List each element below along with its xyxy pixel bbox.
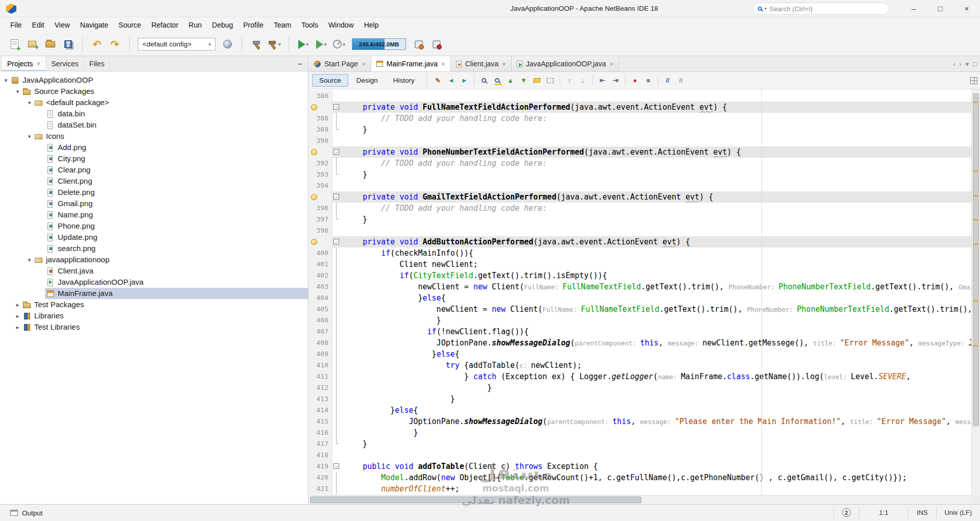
minimize-panel-icon[interactable]: – — [292, 56, 308, 71]
code-editor[interactable]: 386- private void FullNameTextFieldActio… — [309, 89, 971, 495]
code-line[interactable]: 389 } — [309, 124, 971, 135]
stop-macro-button[interactable]: ■ — [642, 75, 655, 87]
code-line[interactable]: - private void FullNameTextFieldActionPe… — [309, 102, 971, 113]
code-line[interactable]: 392 // TODO add your handling code here: — [309, 158, 971, 169]
line-number-gutter[interactable]: 397 — [309, 214, 332, 225]
tree-item-javaapplicationoop[interactable]: ▾JavaApplicationOOP — [0, 75, 308, 86]
explorer-tab-files[interactable]: Files — [84, 56, 110, 71]
code-line[interactable]: 400 if(checkMainInfo()){ — [309, 247, 971, 259]
tree-item-data-bin[interactable]: data.bin — [0, 108, 308, 119]
code-text[interactable]: if(checkMainInfo()){ — [341, 247, 971, 259]
code-line[interactable]: 404 }else{ — [309, 292, 971, 304]
redo-button[interactable]: ↷ — [107, 36, 123, 53]
code-fold-column[interactable] — [332, 472, 341, 483]
line-number-gutter[interactable]: 417 — [309, 438, 332, 450]
tree-item-phone-png[interactable]: Phone.png — [0, 220, 308, 232]
globe-button[interactable] — [219, 36, 235, 53]
code-fold-column[interactable] — [332, 169, 341, 180]
close-button[interactable]: × — [953, 0, 980, 17]
code-text[interactable]: } — [341, 214, 971, 225]
tree-item-name-png[interactable]: Name.png — [0, 209, 308, 220]
tree-expand-icon[interactable]: ▸ — [14, 313, 21, 319]
insert-mode-toggle[interactable]: INS — [908, 507, 936, 518]
close-tab-icon[interactable]: × — [610, 60, 614, 68]
line-number-gutter[interactable] — [309, 146, 332, 158]
code-fold-column[interactable] — [332, 135, 341, 146]
tree-collapse-icon[interactable]: ▾ — [2, 77, 10, 84]
tree-expand-icon[interactable]: ▸ — [14, 302, 21, 308]
code-fold-column[interactable] — [332, 281, 341, 292]
code-text[interactable]: } — [341, 124, 971, 135]
code-text[interactable] — [341, 225, 971, 236]
menu-run[interactable]: Run — [183, 17, 207, 33]
comment-button[interactable]: // — [661, 75, 674, 87]
code-line[interactable]: - private void AddButtonActionPerformed(… — [309, 236, 971, 247]
horizontal-scrollbar[interactable] — [309, 495, 971, 504]
code-line[interactable]: - private void GmailTextFieldActionPerfo… — [309, 191, 971, 203]
code-text[interactable]: Client newClient; — [341, 259, 971, 270]
tree-item-javaapplicationoop[interactable]: ▾javaapplicationoop — [0, 254, 308, 265]
code-fold-column[interactable] — [332, 124, 341, 135]
code-text[interactable]: } catch (Exception ex) { Logger.getLogge… — [341, 371, 971, 382]
close-tab-icon[interactable]: × — [37, 60, 41, 67]
menu-source[interactable]: Source — [113, 17, 146, 33]
code-text[interactable] — [341, 90, 971, 102]
code-fold-column[interactable] — [332, 259, 341, 270]
code-text[interactable]: }else{ — [341, 292, 971, 304]
line-number-gutter[interactable]: 420 — [309, 472, 332, 483]
code-text[interactable] — [341, 135, 971, 146]
tab-list-icon[interactable]: ▾ — [966, 60, 969, 68]
code-line[interactable]: 386 — [309, 90, 971, 102]
code-fold-column[interactable] — [332, 438, 341, 450]
line-number-gutter[interactable]: 419 — [309, 461, 332, 472]
code-line[interactable]: 393 } — [309, 169, 971, 180]
line-number-gutter[interactable] — [309, 102, 332, 113]
line-number-gutter[interactable]: 389 — [309, 124, 332, 135]
code-fold-column[interactable] — [332, 371, 341, 382]
close-tab-icon[interactable]: × — [441, 60, 445, 68]
code-text[interactable]: if(!newClient.flag()){ — [341, 326, 971, 337]
shift-left-button[interactable]: ⇤ — [596, 75, 609, 87]
shift-right-button[interactable]: ⇥ — [609, 75, 622, 87]
code-fold-column[interactable] — [332, 427, 341, 438]
tree-expand-icon[interactable]: ▸ — [14, 324, 21, 331]
tree-collapse-icon[interactable]: ▾ — [26, 133, 33, 140]
code-fold-column[interactable] — [332, 304, 341, 315]
split-editor-icon[interactable] — [970, 77, 977, 84]
code-text[interactable]: numberOfClient++; — [341, 483, 971, 494]
line-number-gutter[interactable]: 394 — [309, 180, 332, 191]
toggle-highlight-button[interactable] — [531, 75, 543, 87]
code-line[interactable]: 414 }else{ — [309, 405, 971, 416]
code-fold-column[interactable]: - — [332, 461, 341, 472]
code-fold-column[interactable] — [332, 450, 341, 461]
code-line[interactable]: 394 — [309, 180, 971, 191]
code-text[interactable]: Model.addRow(new Object[]{Table.getRowCo… — [341, 472, 971, 483]
run-project-button[interactable]: ▾ — [295, 36, 312, 53]
find-button[interactable] — [477, 75, 490, 87]
code-line[interactable]: 419- public void addToTable(Client c) th… — [309, 461, 971, 472]
code-line[interactable]: 388 // TODO add your handling code here: — [309, 113, 971, 124]
code-text[interactable]: public void addToTable(Client c) throws … — [341, 461, 971, 472]
tree-item-add-png[interactable]: Add.png — [0, 142, 308, 153]
code-fold-column[interactable] — [332, 360, 341, 371]
line-number-gutter[interactable]: 386 — [309, 90, 332, 102]
code-fold-column[interactable] — [332, 247, 341, 259]
code-line[interactable]: 410 try {addToTable(c: newClient); — [309, 360, 971, 371]
code-fold-column[interactable] — [332, 326, 341, 337]
rectangular-selection-button[interactable] — [544, 75, 557, 87]
menu-team[interactable]: Team — [269, 17, 296, 33]
fold-collapse-icon[interactable]: - — [333, 104, 339, 110]
profile-project-button[interactable]: ▾ — [331, 36, 347, 53]
uncomment-button[interactable]: // — [675, 75, 687, 87]
tree-item-test-packages[interactable]: ▸Test Packages — [0, 299, 308, 310]
find-selection-button[interactable] — [491, 75, 504, 87]
notifications-button[interactable]: 2 — [833, 507, 859, 518]
line-number-gutter[interactable]: 404 — [309, 292, 332, 304]
code-text[interactable]: } — [341, 427, 971, 438]
clamp-red-button[interactable] — [428, 36, 445, 53]
code-fold-column[interactable] — [332, 292, 341, 304]
code-fold-column[interactable]: - — [332, 236, 341, 247]
code-text[interactable]: } — [341, 382, 971, 393]
code-fold-column[interactable] — [332, 405, 341, 416]
tree-item-update-png[interactable]: Update.png — [0, 232, 308, 243]
